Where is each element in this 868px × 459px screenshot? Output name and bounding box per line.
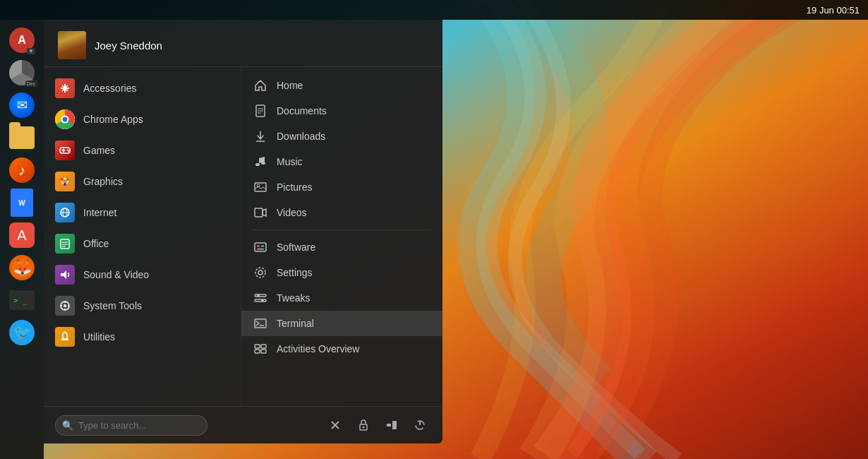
- svg-rect-44: [255, 350, 260, 353]
- office-icon: [55, 234, 75, 254]
- place-terminal-label: Terminal: [277, 318, 314, 329]
- category-games[interactable]: Games: [44, 135, 241, 166]
- user-avatar-image: [58, 31, 86, 59]
- chrome-dev-icon: Dev: [9, 60, 35, 85]
- documents-icon: [253, 103, 268, 119]
- separator-1: [253, 230, 431, 230]
- place-documents[interactable]: Documents: [241, 98, 442, 124]
- chrome-dev-button[interactable]: Dev: [7, 58, 37, 88]
- place-software[interactable]: Software: [241, 234, 442, 260]
- category-utilities[interactable]: Utilities: [44, 321, 241, 352]
- svg-rect-19: [61, 338, 68, 340]
- svg-rect-30: [255, 243, 266, 251]
- terminal-dock-icon: > _: [9, 290, 35, 310]
- svg-rect-29: [255, 208, 263, 217]
- twitter-icon: 🐦: [9, 320, 35, 345]
- downloads-icon: [253, 129, 268, 144]
- svg-rect-27: [255, 183, 266, 191]
- svg-rect-45: [261, 350, 266, 353]
- dropdown-indicator: ▼: [27, 48, 35, 54]
- videos-icon: [253, 205, 268, 220]
- categories-panel: Accessories Chrome Apps Games: [44, 67, 241, 406]
- places-panel: Home Documents Downloads Music: [241, 67, 442, 406]
- category-accessories-label: Accessories: [83, 83, 136, 94]
- svg-point-49: [363, 427, 365, 429]
- place-activities[interactable]: Activities Overview: [241, 336, 442, 362]
- place-downloads-label: Downloads: [277, 131, 325, 142]
- tweaks-icon: [253, 290, 268, 306]
- archmenu-button[interactable]: A ▼: [7, 25, 37, 55]
- dock: A ▼ Dev ✉ ♪ W A 🦊 > _ 🐦: [0, 20, 44, 459]
- category-system-tools-label: System Tools: [83, 300, 142, 311]
- rhythmbox-button[interactable]: ♪: [7, 155, 37, 185]
- search-wrapper: 🔍: [55, 415, 318, 436]
- menu-footer: 🔍: [44, 406, 442, 443]
- svg-point-34: [258, 270, 263, 275]
- place-downloads[interactable]: Downloads: [241, 124, 442, 149]
- twitter-button[interactable]: 🐦: [7, 318, 37, 347]
- category-internet[interactable]: Internet: [44, 197, 241, 228]
- firefox-button[interactable]: 🦊: [7, 253, 37, 282]
- place-videos-label: Videos: [277, 207, 307, 218]
- category-internet-label: Internet: [83, 207, 116, 218]
- svg-rect-50: [387, 424, 391, 427]
- user-avatar: [58, 31, 86, 59]
- menu-header: Joey Sneddon: [44, 20, 442, 67]
- category-utilities-label: Utilities: [83, 331, 115, 342]
- lock-button[interactable]: [352, 414, 375, 436]
- app-menu: Joey Sneddon Accessories Chrome Apps: [44, 20, 442, 443]
- sound-video-icon: [55, 265, 75, 285]
- software-icon: [253, 239, 268, 255]
- settings-icon: [253, 265, 268, 280]
- folder-icon: [9, 126, 35, 149]
- writer-button[interactable]: W: [7, 188, 37, 217]
- close-button[interactable]: [324, 414, 346, 436]
- category-sound-video-label: Sound & Video: [83, 269, 149, 280]
- svg-point-3: [61, 178, 64, 181]
- place-pictures[interactable]: Pictures: [241, 174, 442, 200]
- thunderbird-icon: ✉: [9, 93, 35, 118]
- svg-rect-32: [261, 245, 264, 247]
- svg-rect-43: [261, 345, 266, 348]
- category-graphics[interactable]: Graphics: [44, 166, 241, 197]
- accessories-icon: [55, 78, 75, 98]
- place-videos[interactable]: Videos: [241, 200, 442, 225]
- thunderbird-button[interactable]: ✉: [7, 90, 37, 120]
- category-games-label: Games: [83, 145, 115, 156]
- svg-point-25: [255, 163, 260, 166]
- place-home[interactable]: Home: [241, 73, 442, 98]
- place-home-label: Home: [277, 80, 303, 91]
- firefox-icon: 🦊: [9, 255, 35, 280]
- category-chrome-apps[interactable]: Chrome Apps: [44, 104, 241, 135]
- place-pictures-label: Pictures: [277, 181, 313, 193]
- files-button[interactable]: [7, 123, 37, 153]
- svg-rect-36: [255, 294, 266, 297]
- terminal-dock-button[interactable]: > _: [7, 285, 37, 315]
- category-office[interactable]: Office: [44, 228, 241, 259]
- category-system-tools[interactable]: System Tools: [44, 290, 241, 321]
- menu-body: Accessories Chrome Apps Games: [44, 67, 442, 406]
- internet-icon: [55, 203, 75, 222]
- svg-rect-33: [257, 249, 264, 250]
- search-input[interactable]: [55, 415, 207, 436]
- svg-rect-42: [255, 345, 260, 348]
- place-tweaks[interactable]: Tweaks: [241, 285, 442, 311]
- writer-icon: W: [11, 189, 33, 217]
- suspend-button[interactable]: [380, 414, 403, 436]
- appstore-button[interactable]: A: [7, 220, 37, 250]
- svg-point-26: [261, 162, 265, 165]
- place-music[interactable]: Music: [241, 149, 442, 174]
- utilities-icon: [55, 327, 75, 347]
- pictures-icon: [253, 179, 268, 195]
- category-accessories[interactable]: Accessories: [44, 73, 241, 104]
- place-terminal[interactable]: Terminal: [241, 311, 442, 336]
- place-settings[interactable]: Settings: [241, 260, 442, 285]
- music-icon: [253, 154, 268, 169]
- svg-point-5: [64, 183, 66, 186]
- activities-icon: [253, 341, 268, 357]
- svg-point-35: [255, 268, 265, 278]
- category-sound-video[interactable]: Sound & Video: [44, 259, 241, 290]
- top-panel: 19 Jun 00:51: [0, 0, 868, 20]
- chrome-apps-icon: [55, 109, 75, 129]
- power-button[interactable]: [409, 414, 431, 436]
